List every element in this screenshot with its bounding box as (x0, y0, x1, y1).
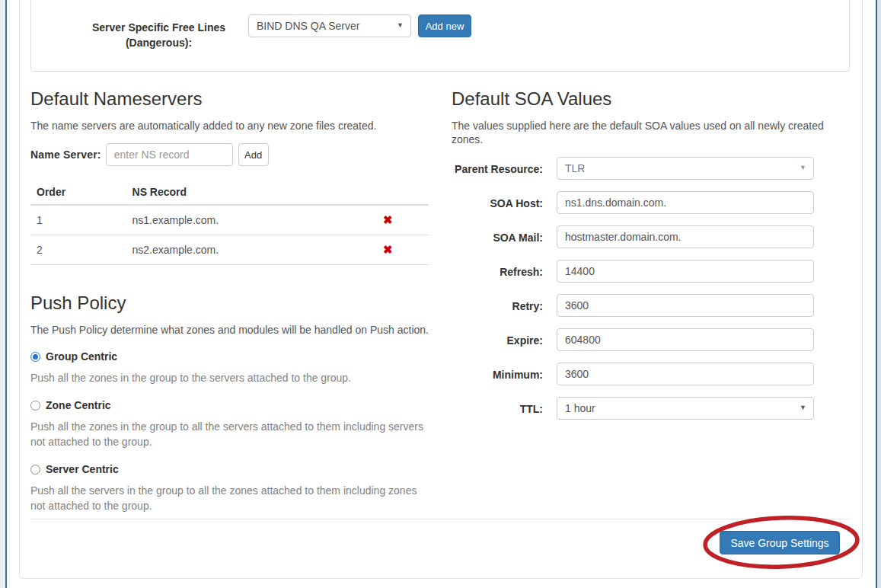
soa-mail-label: SOA Mail: (452, 225, 543, 248)
minimum-field[interactable] (557, 363, 814, 385)
order-column-header: Order (30, 180, 126, 205)
screenshot-left-strip (0, 0, 5, 588)
actions-column-header (377, 180, 429, 205)
radio-label: Server Centric (46, 463, 119, 475)
server-specific-free-lines-label: Server Specific Free Lines (Dangerous): (81, 20, 237, 50)
footer-divider (30, 519, 850, 519)
ns-record-column-header: NS Record (126, 180, 377, 205)
retry-field[interactable] (557, 294, 814, 317)
caret-down-icon: ▼ (800, 404, 806, 411)
default-soa-values-description: The values supplied here are the default… (452, 119, 832, 146)
radio-unselected-icon[interactable] (30, 465, 40, 475)
screenshot-left-border (5, 0, 7, 588)
radio-selected-icon[interactable] (30, 352, 40, 362)
radio-option-description: Push all the zones in the group to all t… (30, 419, 429, 449)
server-specific-free-lines-box: Server Specific Free Lines (Dangerous): … (30, 0, 850, 72)
default-nameservers-title: Default Nameservers (30, 88, 429, 110)
name-server-label: Name Server: (30, 149, 101, 161)
ttl-select[interactable]: 1 hour ▼ (557, 397, 814, 420)
caret-down-icon: ▼ (397, 22, 404, 29)
nameservers-table: Order NS Record 1 ns1.example.com. ✖ 2 n… (30, 180, 429, 265)
right-column: Default SOA Values The values supplied h… (452, 84, 850, 431)
default-nameservers-description: The name servers are automatically added… (30, 119, 429, 133)
parent-resource-select[interactable]: TLR ▼ (557, 157, 814, 180)
caret-down-icon: ▼ (800, 165, 806, 171)
save-group-settings-button[interactable]: Save Group Settings (720, 531, 840, 554)
radio-group-centric[interactable]: Group Centric (30, 350, 429, 363)
server-select-dropdown[interactable]: BIND DNS QA Server ▼ (248, 14, 411, 37)
parent-resource-label: Parent Resource: (452, 157, 543, 180)
ns-order-cell: 2 (30, 235, 126, 265)
delete-ns-icon[interactable]: ✖ (383, 213, 393, 226)
add-ns-button[interactable]: Add (238, 143, 269, 166)
ns-record-cell: ns1.example.com. (126, 205, 377, 235)
soa-mail-field[interactable] (557, 225, 814, 248)
expire-field[interactable] (557, 328, 814, 351)
screenshot-right-strip (877, 0, 881, 588)
default-soa-values-title: Default SOA Values (452, 88, 850, 110)
ttl-label: TTL: (452, 397, 543, 420)
left-column: Default Nameservers The name servers are… (30, 84, 429, 515)
radio-label: Zone Centric (46, 399, 111, 411)
parent-resource-value: TLR (565, 162, 585, 174)
ns-record-input[interactable] (106, 143, 233, 166)
table-row: 1 ns1.example.com. ✖ (30, 205, 429, 235)
ttl-value: 1 hour (565, 402, 595, 414)
push-policy-title: Push Policy (30, 292, 429, 314)
radio-unselected-icon[interactable] (30, 401, 40, 411)
ns-order-cell: 1 (30, 205, 126, 235)
minimum-label: Minimum: (452, 363, 543, 385)
table-row: 2 ns2.example.com. ✖ (30, 235, 429, 265)
soa-host-field[interactable] (557, 191, 814, 214)
soa-host-label: SOA Host: (452, 191, 543, 214)
expire-label: Expire: (452, 328, 543, 351)
radio-zone-centric[interactable]: Zone Centric (30, 399, 429, 411)
radio-option-description: Push all the zones in the group to the s… (30, 370, 429, 385)
delete-ns-icon[interactable]: ✖ (383, 243, 393, 256)
server-select-value: BIND DNS QA Server (257, 20, 359, 32)
retry-label: Retry: (452, 294, 543, 317)
radio-option-description: Push all the servers in the group to all… (30, 483, 429, 513)
radio-server-centric[interactable]: Server Centric (30, 463, 429, 475)
ns-record-cell: ns2.example.com. (126, 235, 377, 265)
radio-label: Group Centric (46, 350, 117, 363)
refresh-label: Refresh: (452, 260, 543, 283)
refresh-field[interactable] (557, 260, 814, 283)
push-policy-description: The Push Policy determine what zones and… (30, 323, 429, 337)
add-new-button[interactable]: Add new (418, 14, 471, 37)
